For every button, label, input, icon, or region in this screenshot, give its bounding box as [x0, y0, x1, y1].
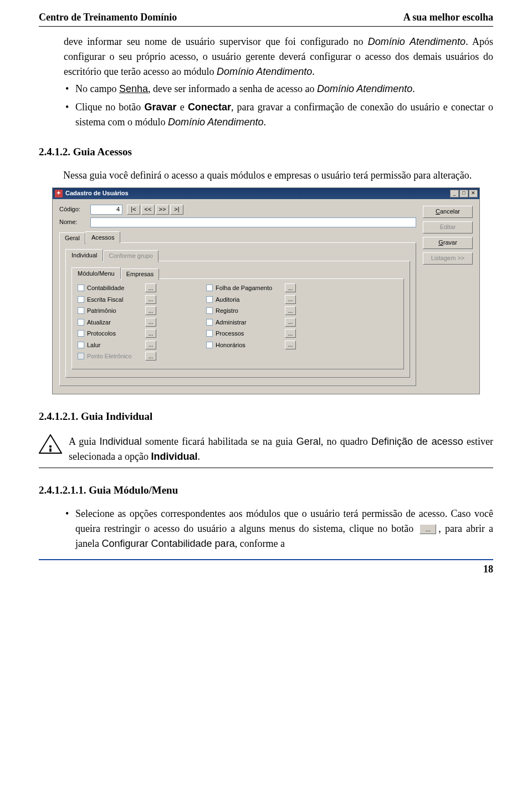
checkbox-patrimonio[interactable]	[78, 307, 84, 314]
ellipsis-button[interactable]: ...	[145, 306, 156, 315]
checkbox-label: Registro	[216, 306, 282, 316]
ellipsis-button[interactable]: ...	[285, 329, 296, 338]
checkbox-label: Protocolos	[87, 329, 142, 338]
checkbox-atualizar[interactable]	[78, 319, 84, 326]
tab-individual[interactable]: Individual	[65, 249, 103, 261]
dialog-titlebar: ✦ Cadastro de Usuários _ □ ✕	[53, 188, 479, 199]
checkbox-registro[interactable]	[206, 307, 213, 314]
nav-next-button[interactable]: >>	[156, 205, 169, 215]
info-icon	[39, 434, 62, 454]
checkbox-label: Escrita Fiscal	[87, 295, 142, 304]
checkbox-label: Contabilidade	[87, 283, 142, 293]
checkbox-escrita-fiscal[interactable]	[78, 296, 84, 303]
checkbox-label: Patrimônio	[87, 306, 142, 316]
nav-prev-button[interactable]: <<	[141, 205, 155, 215]
ellipsis-button[interactable]: ...	[145, 329, 156, 338]
maximize-button[interactable]: □	[459, 190, 468, 197]
header-right: A sua melhor escolha	[403, 10, 493, 25]
checkbox-label: Administrar	[216, 318, 282, 327]
listagem-button: Listagem >>	[423, 252, 473, 265]
page-footer: 18	[39, 559, 493, 577]
dialog-title: Cadastro de Usuários	[65, 189, 450, 198]
checkbox-honorarios[interactable]	[206, 342, 213, 348]
ellipsis-button[interactable]: ...	[145, 318, 156, 327]
checkbox-label: Lalur	[87, 341, 142, 350]
section-title-modulo-menu: 2.4.1.2.1.1. Guia Módulo/Menu	[39, 483, 493, 499]
tab-modulo-menu[interactable]: Módulo/Menu	[71, 267, 121, 280]
editar-button: Editar	[423, 221, 473, 234]
app-icon: ✦	[55, 190, 63, 197]
svg-point-1	[49, 445, 52, 448]
checkbox-protocolos[interactable]	[78, 330, 84, 337]
cancelar-button[interactable]: Cancelar	[423, 206, 473, 218]
checkbox-label: Atualizar	[87, 318, 142, 327]
checkbox-label: Processos	[216, 329, 282, 338]
checkbox-processos[interactable]	[206, 330, 213, 337]
gravar-button[interactable]: Gravar	[423, 237, 473, 249]
page-header: Centro de Treinamento Domínio A sua melh…	[39, 10, 493, 27]
section-intro: Nessa guia você definirá o acesso a quai…	[39, 168, 493, 183]
nome-input[interactable]	[90, 217, 416, 227]
nav-first-button[interactable]: |<	[127, 205, 140, 215]
nome-label: Nome:	[59, 217, 86, 227]
codigo-label: Código:	[59, 205, 86, 214]
svg-rect-2	[49, 449, 52, 452]
checkbox-contabilidade[interactable]	[78, 285, 84, 291]
checkbox-administrar[interactable]	[206, 319, 213, 326]
tab-conforme-grupo: Conforme grupo	[103, 250, 158, 262]
ellipsis-button[interactable]: ...	[145, 283, 156, 292]
bullet-selecione-opcoes: Selecione as opções correspondentes aos …	[75, 506, 493, 551]
inline-ellipsis-button[interactable]: ...	[420, 524, 436, 534]
checkbox-label: Folha de Pagamento	[216, 283, 282, 293]
ellipsis-button[interactable]: ...	[285, 318, 296, 327]
close-button[interactable]: ✕	[469, 190, 478, 197]
ellipsis-button[interactable]: ...	[285, 283, 296, 292]
checkbox-ponto-eletronico	[78, 353, 84, 359]
checkbox-lalur[interactable]	[78, 342, 84, 348]
tab-empresas[interactable]: Empresas	[121, 268, 160, 281]
checkbox-folha-pagamento[interactable]	[206, 285, 213, 291]
ellipsis-button[interactable]: ...	[285, 306, 296, 315]
checkbox-label: Honorários	[216, 341, 282, 350]
bullet-senha: No campo Senha, deve ser informado a sen…	[75, 82, 493, 97]
page-number: 18	[483, 562, 493, 577]
ellipsis-button[interactable]: ...	[145, 295, 156, 304]
tab-geral[interactable]: Geral	[59, 232, 85, 245]
minimize-button[interactable]: _	[450, 190, 459, 197]
checkbox-label: Auditoria	[216, 295, 282, 304]
ellipsis-button[interactable]: ...	[145, 352, 156, 361]
section-title-individual: 2.4.1.2.1. Guia Individual	[39, 409, 493, 425]
section-title-acessos: 2.4.1.2. Guia Acessos	[39, 144, 493, 160]
nav-last-button[interactable]: >|	[170, 205, 183, 215]
info-box: A guia Individual somente ficará habilit…	[39, 432, 493, 468]
paragraph-continuation: deve informar seu nome de usuário superv…	[39, 34, 493, 79]
bullet-gravar-conectar: Clique no botão Gravar e Conectar, para …	[75, 100, 493, 130]
ellipsis-button[interactable]: ...	[145, 341, 156, 349]
ellipsis-button[interactable]: ...	[285, 295, 296, 304]
header-left: Centro de Treinamento Domínio	[39, 10, 177, 25]
codigo-input[interactable]: 4	[90, 205, 122, 215]
ellipsis-button[interactable]: ...	[285, 341, 296, 349]
checkbox-auditoria[interactable]	[206, 296, 213, 303]
checkbox-label: Ponto Eletrônico	[87, 352, 142, 361]
tab-acessos[interactable]: Acessos	[85, 231, 121, 243]
dialog-cadastro-usuarios: ✦ Cadastro de Usuários _ □ ✕ Código: 4 |…	[52, 187, 480, 394]
